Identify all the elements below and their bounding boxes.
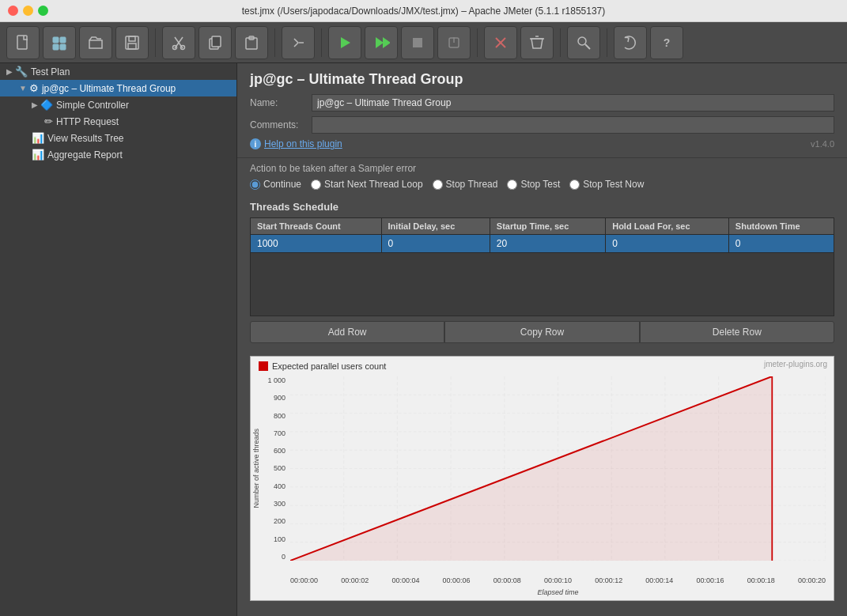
svg-marker-17 bbox=[341, 37, 350, 48]
cell-startup-time[interactable]: 20 bbox=[490, 235, 605, 253]
y-label-400: 400 bbox=[274, 482, 285, 490]
x-label-14: 00:00:14 bbox=[645, 576, 673, 584]
maximize-button[interactable] bbox=[38, 6, 48, 16]
x-label-10: 00:00:10 bbox=[544, 576, 572, 584]
new-button[interactable] bbox=[6, 26, 40, 59]
sidebar-item-ultimate-thread-group[interactable]: ▼ ⚙ jp@gc – Ultimate Thread Group bbox=[0, 80, 236, 96]
cell-hold-load[interactable]: 0 bbox=[606, 235, 729, 253]
copy-row-button[interactable]: Copy Row bbox=[444, 321, 639, 343]
action-section: Action to be taken after a Sampler error… bbox=[237, 157, 847, 195]
table-row[interactable]: 1000 0 20 0 0 bbox=[251, 235, 834, 253]
save-button[interactable] bbox=[115, 26, 149, 59]
x-axis-title: Elapsed time bbox=[537, 588, 578, 596]
copy-button[interactable] bbox=[199, 26, 232, 59]
x-label-20: 00:00:20 bbox=[798, 576, 826, 584]
svg-rect-3 bbox=[53, 44, 59, 50]
shutdown-button[interactable] bbox=[437, 26, 471, 59]
title-bar: test.jmx (/Users/japodaca/Downloads/JMX/… bbox=[0, 0, 847, 22]
col-header-start-threads: Start Threads Count bbox=[251, 218, 382, 235]
comments-input[interactable] bbox=[312, 116, 834, 134]
sidebar-item-label: Simple Controller bbox=[56, 100, 129, 111]
sidebar-item-http-request[interactable]: ✏ HTTP Request bbox=[0, 113, 236, 130]
panel-header: jp@gc – Ultimate Thread Group Name: Comm… bbox=[237, 63, 847, 157]
sidebar-item-view-results-tree[interactable]: 📊 View Results Tree bbox=[0, 130, 236, 146]
radio-stop-test[interactable]: Stop Test bbox=[507, 179, 560, 190]
help-button[interactable]: ? bbox=[650, 26, 683, 59]
chart-section: jmeter-plugins.org Expected parallel use… bbox=[237, 350, 847, 607]
radio-stop-thread-input[interactable] bbox=[433, 180, 443, 190]
radio-start-next-input[interactable] bbox=[311, 180, 321, 190]
test-plan-icon: 🔧 bbox=[15, 66, 28, 77]
svg-marker-19 bbox=[383, 37, 390, 48]
svg-marker-18 bbox=[376, 37, 384, 48]
stop-button[interactable] bbox=[401, 26, 434, 59]
x-label-6: 00:00:06 bbox=[443, 576, 471, 584]
main-layout: ▶ 🔧 Test Plan ▼ ⚙ jp@gc – Ultimate Threa… bbox=[0, 63, 847, 616]
radio-continue-label: Continue bbox=[263, 179, 301, 190]
sidebar-item-test-plan[interactable]: ▶ 🔧 Test Plan bbox=[0, 63, 236, 80]
empty-row bbox=[251, 253, 834, 316]
clear-button[interactable] bbox=[484, 26, 517, 59]
y-label-600: 600 bbox=[274, 447, 285, 455]
radio-stop-test-now-input[interactable] bbox=[569, 180, 580, 190]
schedule-section: Threads Schedule Start Threads Count Ini… bbox=[237, 195, 847, 350]
panel-title: jp@gc – Ultimate Thread Group bbox=[250, 71, 834, 88]
radio-start-next-label: Start Next Thread Loop bbox=[324, 179, 423, 190]
x-label-18: 00:00:18 bbox=[747, 576, 775, 584]
sidebar-item-aggregate-report[interactable]: 📊 Aggregate Report bbox=[0, 146, 236, 163]
minimize-button[interactable] bbox=[23, 6, 33, 16]
paste-button[interactable] bbox=[235, 26, 268, 59]
sidebar-item-label: Test Plan bbox=[31, 66, 70, 77]
search-button[interactable] bbox=[567, 26, 600, 59]
separator-5 bbox=[560, 28, 561, 57]
radio-continue-input[interactable] bbox=[250, 180, 260, 190]
radio-stop-test-input[interactable] bbox=[507, 180, 517, 190]
help-link[interactable]: Help on this plugin bbox=[264, 138, 342, 149]
legend-color bbox=[259, 361, 268, 371]
delete-row-button[interactable]: Delete Row bbox=[640, 321, 834, 343]
arrow-icon: ▶ bbox=[6, 67, 13, 76]
svg-rect-0 bbox=[17, 36, 27, 49]
start-no-pause-button[interactable] bbox=[365, 26, 398, 59]
svg-line-26 bbox=[585, 44, 590, 49]
toolbar: ? bbox=[0, 22, 847, 63]
x-label-8: 00:00:08 bbox=[493, 576, 521, 584]
arrow-icon: ▶ bbox=[32, 100, 38, 109]
y-label-200: 200 bbox=[274, 517, 285, 525]
x-label-12: 00:00:12 bbox=[595, 576, 622, 584]
y-label-500: 500 bbox=[274, 464, 285, 472]
cell-start-threads[interactable]: 1000 bbox=[251, 235, 382, 253]
templates-button[interactable] bbox=[43, 26, 76, 59]
open-button[interactable] bbox=[79, 26, 112, 59]
sidebar-item-simple-controller[interactable]: ▶ 🔷 Simple Controller bbox=[0, 96, 236, 113]
svg-point-25 bbox=[578, 37, 586, 45]
version-label: v1.4.0 bbox=[811, 139, 834, 149]
comments-label: Comments: bbox=[250, 119, 305, 130]
reset-button[interactable] bbox=[614, 26, 647, 59]
radio-stop-test-now[interactable]: Stop Test Now bbox=[569, 179, 644, 190]
close-button[interactable] bbox=[8, 6, 18, 16]
x-label-2: 00:00:02 bbox=[341, 576, 369, 584]
radio-stop-thread[interactable]: Stop Thread bbox=[433, 179, 498, 190]
svg-rect-2 bbox=[60, 37, 66, 43]
sidebar-item-label: jp@gc – Ultimate Thread Group bbox=[42, 83, 176, 94]
legend-label: Expected parallel users count bbox=[272, 361, 386, 371]
chart-svg bbox=[290, 376, 826, 561]
clear-all-button[interactable] bbox=[520, 26, 554, 59]
radio-start-next[interactable]: Start Next Thread Loop bbox=[311, 179, 423, 190]
col-header-initial-delay: Initial Delay, sec bbox=[381, 218, 490, 235]
sidebar-item-label: HTTP Request bbox=[56, 116, 119, 127]
cell-initial-delay[interactable]: 0 bbox=[381, 235, 490, 253]
schedule-title: Threads Schedule bbox=[250, 201, 834, 213]
y-label-0: 0 bbox=[282, 553, 285, 561]
radio-continue[interactable]: Continue bbox=[250, 179, 301, 190]
cell-shutdown[interactable]: 0 bbox=[728, 235, 834, 253]
action-title: Action to be taken after a Sampler error bbox=[250, 163, 834, 174]
y-label-700: 700 bbox=[274, 429, 285, 437]
add-row-button[interactable]: Add Row bbox=[250, 321, 444, 343]
expand-button[interactable] bbox=[282, 26, 315, 59]
name-input[interactable] bbox=[312, 94, 834, 111]
cut-button[interactable] bbox=[162, 26, 195, 59]
svg-rect-7 bbox=[128, 43, 136, 49]
start-button[interactable] bbox=[328, 26, 361, 59]
